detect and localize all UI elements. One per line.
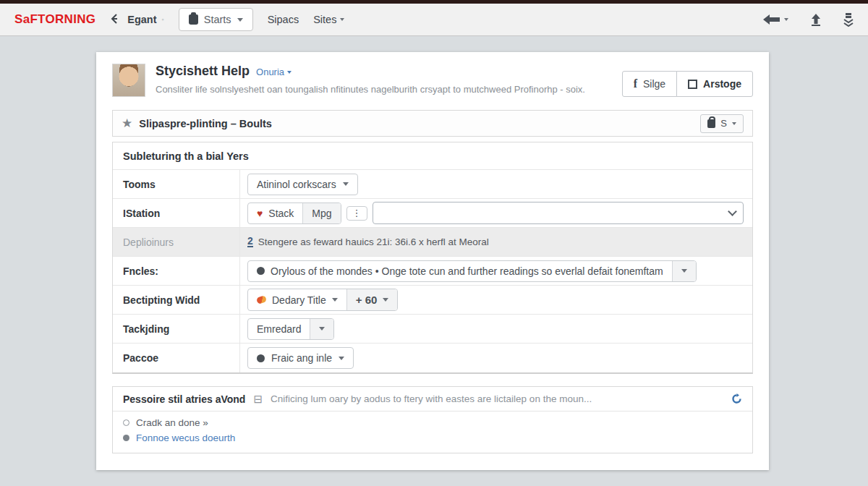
upload-button[interactable] — [810, 13, 822, 26]
up-arrow-icon — [810, 13, 822, 26]
refresh-button[interactable] — [731, 393, 742, 404]
starts-dropdown-button[interactable]: Starts — [179, 8, 253, 31]
footer-link-item[interactable]: Fonnoe wecus doeurth — [123, 432, 742, 443]
chevron-down-icon — [732, 122, 736, 125]
archive-button-label: Arstoge — [703, 78, 741, 90]
tooms-dropdown[interactable]: Atininol corkscars — [247, 174, 358, 195]
mpg-toggle[interactable]: Mpg — [302, 203, 340, 223]
nav-link-sites[interactable]: Sites — [313, 14, 344, 25]
field-label: IStation — [113, 199, 240, 227]
dedary-dropdown-value: Dedary Title — [272, 294, 326, 306]
section-header: Subleturing th a bial Yers — [113, 142, 752, 170]
tackjding-dropdown: Emredard — [247, 318, 334, 340]
chevron-down-icon — [343, 182, 349, 186]
circle-outline-icon — [123, 419, 129, 426]
profile-name: Stycishett Help — [156, 64, 250, 79]
paccoe-dropdown-value: Fraic ang inle — [271, 352, 332, 364]
form-row-deplioinurs: Deplioinurs 2 Stengere as feward hauics … — [113, 228, 752, 257]
tackjding-caret-segment[interactable] — [310, 319, 333, 339]
archive-button[interactable]: Arstoge — [676, 71, 753, 97]
dedary-dropdown[interactable]: Dedary Title — [248, 289, 346, 310]
navbar: SaFTORNING Egant ◦ Starts Sipacs Sites — [0, 4, 868, 36]
nav-link-sites-label: Sites — [313, 14, 336, 25]
share-button-label: Silge — [643, 78, 665, 90]
starts-label: Starts — [204, 14, 231, 25]
history-back-button[interactable] — [762, 14, 788, 25]
istation-select[interactable] — [373, 202, 744, 224]
stack-toggle[interactable]: ♥ Stack — [248, 203, 302, 223]
fncles-dropdown-main[interactable]: Orylous of the mondes • Onge tote cun an… — [248, 261, 672, 281]
form-row-tackjding: Tackjding Emredard — [113, 315, 752, 344]
tackjding-value: Emredard — [257, 323, 301, 335]
download-all-button[interactable] — [843, 13, 854, 27]
fncles-dropdown-caret[interactable] — [672, 261, 696, 281]
back-arrow-icon — [110, 13, 122, 27]
nav-link-sipacs-label: Sipacs — [268, 14, 299, 25]
count-value: + 60 — [356, 294, 378, 306]
field-label: Tackjding — [113, 315, 240, 343]
status-dropdown[interactable]: Onuria — [256, 67, 292, 77]
panel-settings-button[interactable]: S — [700, 114, 744, 133]
more-options-button[interactable]: ⋮ — [346, 206, 367, 221]
square-icon — [688, 80, 697, 89]
form-row-fncles: Fncles: Orylous of the mondes • Onge tot… — [113, 257, 752, 286]
field-label: Fncles: — [113, 257, 240, 285]
form-table: Subleturing th a bial Yers Tooms Atinino… — [112, 142, 753, 374]
istation-toggle-group: ♥ Stack Mpg — [247, 202, 341, 224]
tooms-dropdown-value: Atininol corkscars — [257, 179, 336, 190]
fncles-dropdown: Orylous of the mondes • Onge tote cun an… — [247, 260, 697, 282]
stack-toggle-label: Stack — [268, 208, 294, 219]
share-button[interactable]: f Silge — [622, 71, 677, 97]
paccoe-dropdown[interactable]: Fraic ang inle — [247, 347, 354, 369]
fncles-dropdown-value: Orylous of the mondes • Onge tote cun an… — [271, 265, 663, 277]
facebook-icon: f — [634, 77, 637, 90]
footer-panel: Pessoire stil atries aVond ⊟ Cnificing l… — [112, 386, 753, 453]
field-label: Tooms — [113, 170, 240, 198]
chevron-down-icon — [237, 18, 243, 22]
profile-info: Stycishett Help Onuria Consliter life so… — [156, 64, 585, 97]
star-icon[interactable]: ★ — [122, 116, 132, 131]
left-arrow-icon — [762, 14, 781, 25]
footer-note: Cnificing lum oary by aodus to ftery wit… — [271, 393, 592, 404]
footer-panel-header: Pessoire stil atries aVond ⊟ Cnificing l… — [113, 387, 752, 412]
avatar[interactable] — [112, 64, 145, 97]
jar-icon — [189, 14, 198, 25]
form-row-bectipting: Bectipting Widd Dedary Title + 60 — [113, 286, 752, 315]
form-row-istation: IStation ♥ Stack Mpg ⋮ — [113, 199, 752, 228]
mpg-toggle-label: Mpg — [312, 208, 331, 219]
profile-buttons: f Silge Arstoge — [622, 71, 753, 97]
footer-link-item[interactable]: Cradk an done » — [123, 417, 742, 428]
chevron-down-icon — [339, 357, 344, 360]
chevron-down-icon — [383, 298, 388, 302]
footer-link-label: Fonnoe wecus doeurth — [136, 432, 235, 443]
tackjding-value-segment[interactable]: Emredard — [248, 319, 310, 339]
deplioinurs-value: Stengere as feward hauics 21i: 36i.6 x h… — [258, 236, 489, 247]
chevron-down-icon — [319, 327, 325, 331]
field-label: Deplioinurs — [113, 228, 240, 256]
circle-filled-icon — [123, 435, 129, 441]
count-dropdown[interactable]: + 60 — [346, 289, 398, 310]
chevron-down-icon — [340, 18, 344, 21]
box-minus-icon[interactable]: ⊟ — [253, 393, 263, 406]
chevron-down-icon — [332, 298, 338, 302]
vertical-dots-icon: ⋮ — [352, 208, 362, 218]
badge-icon: ◦ — [162, 16, 164, 23]
chevron-down-icon — [287, 71, 292, 74]
brand-logo[interactable]: SaFTORNING — [14, 12, 95, 27]
form-row-paccoe: Paccoe Fraic ang inle — [113, 344, 752, 372]
panel-header: ★ Slipaspre-plinting – Boults S — [112, 110, 753, 137]
back-nav-label: Egant — [127, 14, 156, 25]
dark-dot-icon — [257, 354, 265, 362]
chevron-down-icon — [728, 207, 737, 216]
heart-icon: ♥ — [257, 208, 263, 219]
refresh-icon — [731, 393, 742, 404]
main-card: Stycishett Help Onuria Consliter life so… — [96, 52, 769, 470]
back-nav-button[interactable]: Egant ◦ — [110, 13, 163, 27]
nav-link-sipacs[interactable]: Sipacs — [268, 14, 299, 25]
footer-link-label: Cradk an done » — [136, 417, 208, 428]
navbar-actions — [762, 13, 854, 27]
profile-description: Consliter life solnslyeshett oan toungal… — [156, 84, 585, 95]
panel-settings-label: S — [720, 118, 727, 129]
profile-header: Stycishett Help Onuria Consliter life so… — [96, 52, 769, 106]
panel-title: Slipaspre-plinting – Boults — [139, 118, 272, 129]
